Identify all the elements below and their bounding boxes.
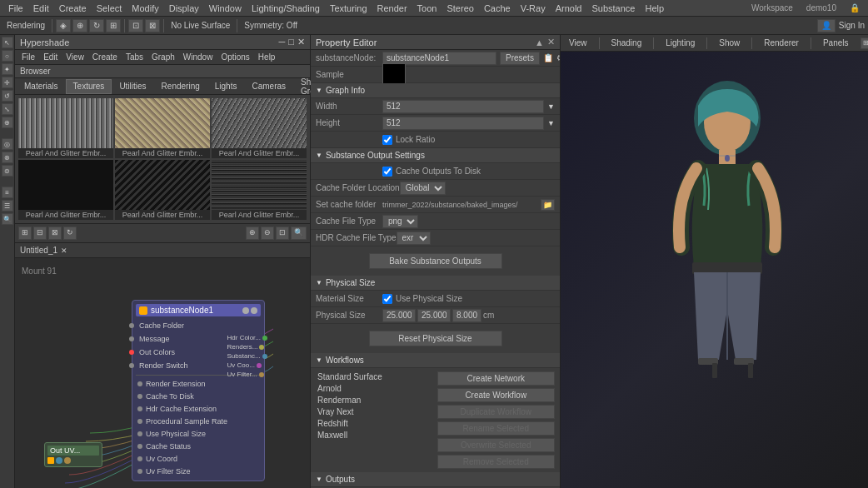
node-btn-1[interactable] [242,307,249,314]
node-layout-btn[interactable]: ⊟ [33,227,47,240]
node-editor-canvas[interactable]: Mount 91 substanceNode1 Hdr Color... [15,258,310,488]
substance-node-card[interactable]: substanceNode1 Hdr Color... Renders... [132,300,265,481]
node-tab-close-btn[interactable]: ✕ [61,246,67,255]
list-item[interactable]: Pearl And Glitter Embr... [115,98,210,158]
vp-icon-1[interactable]: ⊞ [861,37,868,49]
tab-rendering[interactable]: Rendering [154,79,207,94]
hypershade-max-btn[interactable]: □ [288,37,294,47]
list-item[interactable]: Pearl And Glitter Embr... [212,98,307,158]
prop-collapse-btn[interactable]: ▲ [535,37,544,47]
width-dropdown-arrow[interactable]: ▼ [547,102,555,111]
hs-menu-options[interactable]: Options [217,52,252,62]
menu-substance[interactable]: Substance [586,0,640,17]
workflow-renderman[interactable]: Renderman [316,395,434,406]
move-tool-btn[interactable]: ⊕ [72,19,87,32]
menu-display[interactable]: Display [164,0,204,17]
lock-ratio-checkbox[interactable] [382,135,392,145]
node-zoom-in-btn[interactable]: ⊕ [246,227,259,240]
workflows-section[interactable]: ▼ Workflows [311,353,560,368]
menu-window[interactable]: Window [204,0,247,17]
snap2-btn[interactable]: ⊠ [145,19,160,32]
cache-file-type-dropdown[interactable]: png jpg tga [382,215,418,228]
use-physical-checkbox[interactable] [382,294,392,304]
menu-create[interactable]: Create [54,0,92,17]
physical-size-x[interactable] [382,309,416,322]
hs-menu-file[interactable]: File [18,52,38,62]
list-item[interactable]: Pearl And Glitter Embr... [115,160,210,220]
hypershade-close-btn[interactable]: ✕ [297,37,305,47]
menu-lighting[interactable]: Lighting/Shading [247,0,325,17]
hs-menu-create[interactable]: Create [89,52,121,62]
move-icon[interactable]: ✛ [2,77,13,88]
hypershade-min-btn[interactable]: ─ [279,37,286,47]
workflow-redshift[interactable]: Redshift [316,418,434,429]
hs-menu-edit[interactable]: Edit [40,52,61,62]
width-input[interactable] [382,100,544,113]
menu-vray[interactable]: V-Ray [516,0,551,17]
soft-select-icon[interactable]: ◎ [2,138,13,150]
vp-tab-view[interactable]: View [564,38,592,47]
reset-physical-btn[interactable]: Reset Physical Size [369,331,502,346]
node-transform-btn[interactable]: ⊞ [18,227,32,240]
menu-select[interactable]: Select [92,0,127,17]
crease-icon[interactable]: ⊜ [2,165,13,177]
bake-outputs-btn[interactable]: Bake Substance Outputs [369,253,502,269]
scale-icon[interactable]: ⤡ [2,103,13,115]
workflow-standard[interactable]: Standard Surface [316,371,434,382]
hs-menu-graph[interactable]: Graph [148,52,178,62]
hs-menu-view[interactable]: View [62,52,87,62]
create-workflow-btn[interactable]: Create Workflow [437,388,556,402]
tab-cameras[interactable]: Cameras [244,79,293,94]
workflow-maxwell[interactable]: Maxwell [316,430,434,441]
viewport-content[interactable]: Substance Painter [561,52,868,488]
graph-info-section[interactable]: ▼ Graph Info [311,83,560,98]
vp-tab-panels[interactable]: Panels [818,38,854,47]
channel-icon[interactable]: ☰ [2,200,13,212]
attribute-icon[interactable]: ≡ [2,187,13,198]
snap-btn[interactable]: ⊡ [128,19,143,32]
rotate-icon[interactable]: ↺ [2,90,13,102]
out-uv-node[interactable]: Out UV... [44,442,102,467]
node-refresh-btn[interactable]: ↻ [63,227,77,240]
output-settings-section[interactable]: ▼ Substance Output Settings [311,148,560,163]
rotate-tool-btn[interactable]: ↻ [89,19,104,32]
history-icon[interactable]: ⊗ [2,152,13,163]
physical-size-y[interactable] [417,309,451,322]
node-search-btn[interactable]: 🔍 [291,227,307,240]
menu-edit[interactable]: Edit [28,0,54,17]
tab-materials[interactable]: Materials [17,79,66,94]
menu-cache[interactable]: Cache [479,0,516,17]
rename-selected-btn[interactable]: Rename Selected [437,421,556,436]
physical-size-section[interactable]: ▼ Physical Size [311,276,560,291]
cache-folder-dropdown[interactable]: Global Local [400,182,446,195]
list-item[interactable]: Pearl And Glitter Embr... [212,160,307,220]
remove-selected-btn[interactable]: Remove Selected [437,455,556,469]
tab-textures[interactable]: Textures [66,79,112,94]
scale-tool-btn[interactable]: ⊞ [106,19,121,32]
tab-utilities[interactable]: Utilities [112,79,153,94]
vp-tab-shading[interactable]: Shading [606,38,647,47]
hs-menu-window[interactable]: Window [180,52,217,62]
select-icon[interactable]: ↖ [2,37,13,48]
menu-file[interactable]: File [3,0,28,17]
prop-icon-1[interactable]: 📋 [543,53,553,62]
node-zoom-out-btn[interactable]: ⊖ [261,227,274,240]
height-dropdown-arrow[interactable]: ▼ [547,119,555,127]
universal-icon[interactable]: ⊕ [2,117,13,128]
node-fit-btn[interactable]: ⊡ [276,227,289,240]
node-btn-2[interactable] [251,307,257,314]
user-icon-btn[interactable]: 👤 [817,19,836,32]
menu-stereo[interactable]: Stereo [441,0,478,17]
create-network-btn[interactable]: Create Network [437,371,556,386]
select-tool-btn[interactable]: ◈ [56,19,71,32]
menu-toon[interactable]: Toon [412,0,442,17]
menu-modify[interactable]: Modify [127,0,163,17]
hs-menu-help[interactable]: Help [255,52,279,62]
search-icon[interactable]: 🔍 [2,213,13,225]
list-item[interactable]: Pearl And Glitter Embr... [18,98,113,158]
overwrite-selected-btn[interactable]: Overwrite Selected [437,438,556,452]
vp-tab-renderer[interactable]: Renderer [759,38,804,47]
outputs-section[interactable]: ▼ Outputs [311,472,560,487]
presets-btn[interactable]: Presets [500,52,540,65]
lasso-icon[interactable]: ○ [2,50,13,62]
